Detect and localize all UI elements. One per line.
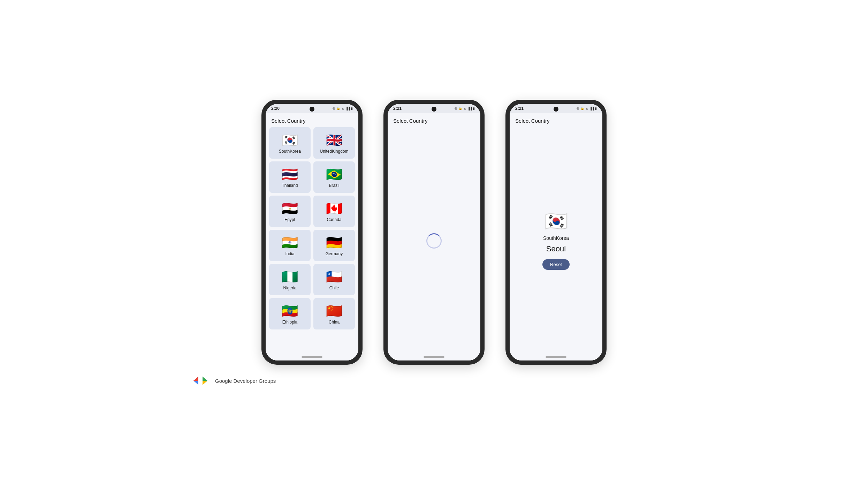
country-card-nigeria[interactable]: 🇳🇬 Nigeria [269, 264, 311, 295]
result-country-name: SouthKorea [543, 235, 569, 241]
phone-1: 2:20 ◎ 🔒 ▲ ▐▐ ▮ Select Country 🇰🇷 [261, 100, 363, 365]
country-card-egypt[interactable]: 🇪🇬 Egypt [269, 196, 311, 227]
camera-notch-3 [554, 107, 558, 112]
home-indicator-1 [266, 354, 358, 360]
loading-screen [388, 127, 480, 354]
status-icons-2: ◎ 🔒 ▲ ▐▐ ▮ [455, 107, 475, 110]
wifi-icon-2: ▲ [463, 107, 466, 110]
name-thailand: Thailand [282, 183, 298, 188]
loc-icon-3: ◎ [577, 107, 579, 110]
wifi-icon-3: ▲ [585, 107, 588, 110]
phone-3-screen: 2:21 ◎ 🔒 ▲ ▐▐ ▮ Select Country 🇰🇷 SouthK… [510, 104, 602, 360]
result-screen: 🇰🇷 SouthKorea Seoul Reset [510, 127, 602, 354]
battery-icon-2: ▮ [473, 107, 475, 110]
flag-brazil: 🇧🇷 [326, 168, 342, 181]
country-card-canada[interactable]: 🇨🇦 Canada [313, 196, 355, 227]
flag-chile: 🇨🇱 [326, 270, 342, 283]
country-card-chile[interactable]: 🇨🇱 Chile [313, 264, 355, 295]
gdg-logo-icon [193, 375, 212, 386]
home-indicator-2 [388, 354, 480, 360]
status-time-2: 2:21 [393, 106, 402, 111]
name-germany: Germany [326, 251, 343, 256]
phone-2-app: Select Country [388, 113, 480, 354]
name-canada: Canada [327, 217, 341, 222]
result-city-name: Seoul [546, 244, 566, 253]
lock-icon: 🔒 [336, 107, 340, 110]
signal-icon-3: ▐▐ [589, 107, 594, 110]
reset-button[interactable]: Reset [542, 259, 570, 270]
phone-3: 2:21 ◎ 🔒 ▲ ▐▐ ▮ Select Country 🇰🇷 SouthK… [505, 100, 607, 365]
country-card-china[interactable]: 🇨🇳 China [313, 298, 355, 329]
country-card-thailand[interactable]: 🇹🇭 Thailand [269, 161, 311, 193]
phones-row: 2:20 ◎ 🔒 ▲ ▐▐ ▮ Select Country 🇰🇷 [190, 100, 678, 365]
phone-2-screen: 2:21 ◎ 🔒 ▲ ▐▐ ▮ Select Country [388, 104, 480, 360]
page-wrapper: 2:20 ◎ 🔒 ▲ ▐▐ ▮ Select Country 🇰🇷 [190, 100, 678, 386]
result-flag: 🇰🇷 [545, 212, 568, 230]
gdg-footer: Google Developer Groups [193, 375, 276, 386]
country-card-unitedkingdom[interactable]: 🇬🇧 UnitedKingdom [313, 127, 355, 159]
name-egypt: Egypt [284, 217, 295, 222]
name-india: India [285, 251, 294, 256]
flag-germany: 🇩🇪 [326, 236, 342, 249]
flag-unitedkingdom: 🇬🇧 [326, 134, 342, 147]
flag-china: 🇨🇳 [326, 304, 342, 318]
status-icons-1: ◎ 🔒 ▲ ▐▐ ▮ [333, 107, 353, 110]
name-southkorea: SouthKorea [279, 149, 301, 154]
flag-canada: 🇨🇦 [326, 202, 342, 215]
signal-icon-2: ▐▐ [467, 107, 472, 110]
flag-southkorea: 🇰🇷 [282, 134, 298, 147]
lock-icon-3: 🔒 [580, 107, 584, 110]
phone-3-app: Select Country 🇰🇷 SouthKorea Seoul Reset [510, 113, 602, 354]
app-title-3: Select Country [510, 113, 602, 127]
svg-marker-3 [203, 381, 207, 385]
name-unitedkingdom: UnitedKingdom [320, 149, 348, 154]
loading-spinner [426, 233, 442, 249]
lock-icon-2: 🔒 [458, 107, 462, 110]
phone-1-app: Select Country 🇰🇷 SouthKorea 🇬🇧 UnitedKi… [266, 113, 358, 354]
wifi-icon-1: ▲ [341, 107, 344, 110]
battery-icon-3: ▮ [595, 107, 597, 110]
flag-india: 🇮🇳 [282, 236, 298, 249]
country-card-southkorea[interactable]: 🇰🇷 SouthKorea [269, 127, 311, 159]
flag-ethiopia: 🇪🇹 [282, 304, 298, 318]
home-indicator-3 [510, 354, 602, 360]
signal-icon-1: ▐▐ [345, 107, 350, 110]
flag-egypt: 🇪🇬 [282, 202, 298, 215]
status-icons-3: ◎ 🔒 ▲ ▐▐ ▮ [577, 107, 597, 110]
gdg-label: Google Developer Groups [215, 378, 276, 384]
camera-notch [310, 107, 314, 112]
app-title-2: Select Country [388, 113, 480, 127]
name-brazil: Brazil [329, 183, 339, 188]
flag-thailand: 🇹🇭 [282, 168, 298, 181]
country-grid: 🇰🇷 SouthKorea 🇬🇧 UnitedKingdom 🇹🇭 Thaila… [266, 127, 358, 333]
name-nigeria: Nigeria [283, 286, 296, 290]
svg-marker-1 [193, 377, 198, 381]
name-chile: Chile [329, 286, 339, 290]
camera-notch-2 [432, 107, 436, 112]
name-china: China [329, 320, 340, 325]
loc-icon: ◎ [333, 107, 335, 110]
country-card-germany[interactable]: 🇩🇪 Germany [313, 230, 355, 261]
country-card-ethiopia[interactable]: 🇪🇹 Ethiopia [269, 298, 311, 329]
app-title-1: Select Country [266, 113, 358, 127]
status-time-3: 2:21 [515, 106, 524, 111]
battery-icon-1: ▮ [351, 107, 353, 110]
phone-2: 2:21 ◎ 🔒 ▲ ▐▐ ▮ Select Country [383, 100, 485, 365]
name-ethiopia: Ethiopia [282, 320, 297, 325]
flag-nigeria: 🇳🇬 [282, 270, 298, 283]
phone-1-screen: 2:20 ◎ 🔒 ▲ ▐▐ ▮ Select Country 🇰🇷 [266, 104, 358, 360]
country-card-brazil[interactable]: 🇧🇷 Brazil [313, 161, 355, 193]
loc-icon-2: ◎ [455, 107, 457, 110]
country-card-india[interactable]: 🇮🇳 India [269, 230, 311, 261]
status-time-1: 2:20 [271, 106, 280, 111]
